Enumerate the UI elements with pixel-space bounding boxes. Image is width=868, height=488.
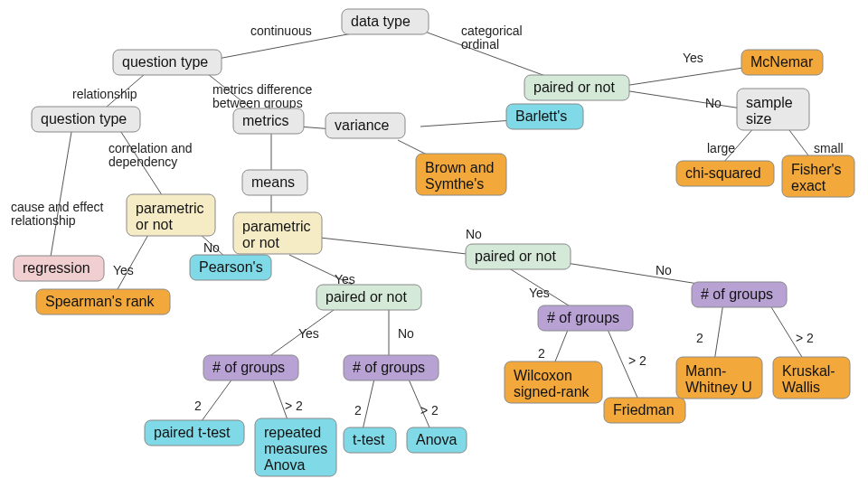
svg-line-23 xyxy=(553,325,570,366)
svg-text:question type: question type xyxy=(122,54,208,70)
svg-text:Symthe's: Symthe's xyxy=(425,176,484,192)
svg-text:# of groups: # of groups xyxy=(547,310,619,325)
svg-text:regression: regression xyxy=(23,260,90,276)
svg-text:# of groups: # of groups xyxy=(353,360,425,375)
edge-gpp-gt2: > 2 xyxy=(285,399,303,413)
svg-text:Friedman: Friedman xyxy=(613,402,675,418)
svg-text:# of groups: # of groups xyxy=(701,286,773,302)
edge-means-yes: Yes xyxy=(335,272,355,286)
svg-text:variance: variance xyxy=(335,117,390,133)
edge-gpnp-gt2: > 2 xyxy=(628,353,646,368)
edge-gpnp-2: 2 xyxy=(538,346,545,361)
edge-metrics-diff-l2: between groups xyxy=(212,96,303,110)
svg-text:parametric: parametric xyxy=(136,201,204,216)
edge-corr-no: No xyxy=(203,240,220,255)
edge-gpp-2: 2 xyxy=(194,399,202,413)
svg-line-4 xyxy=(50,127,72,262)
svg-text:t-test: t-test xyxy=(353,432,385,447)
svg-text:data type: data type xyxy=(351,14,410,29)
svg-text:sample: sample xyxy=(746,95,793,110)
edge-ss-large: large xyxy=(707,141,735,155)
svg-text:Fisher's: Fisher's xyxy=(791,162,842,177)
svg-text:signed-rank: signed-rank xyxy=(514,384,590,399)
svg-text:Pearson's: Pearson's xyxy=(199,259,263,275)
svg-text:exact: exact xyxy=(791,178,826,193)
svg-text:# of groups: # of groups xyxy=(212,360,285,375)
edge-np-no: No xyxy=(656,263,672,277)
svg-text:size: size xyxy=(746,111,772,127)
svg-text:repeated: repeated xyxy=(264,425,321,440)
svg-text:or not: or not xyxy=(136,217,173,232)
edge-relationship: relationship xyxy=(72,87,137,101)
svg-text:Kruskal-: Kruskal- xyxy=(782,363,835,379)
svg-text:paired t-test: paired t-test xyxy=(154,425,231,440)
svg-line-14 xyxy=(312,237,475,255)
svg-line-28 xyxy=(624,90,741,108)
edge-means-no: No xyxy=(466,227,482,241)
svg-text:Brown and: Brown and xyxy=(425,160,495,175)
edge-metrics-diff-l1: metrics difference xyxy=(212,82,312,97)
edge-corr-l2: dependency xyxy=(108,155,177,169)
svg-text:Anova: Anova xyxy=(264,457,305,473)
edge-continuous: continuous xyxy=(250,23,312,38)
edge-cause-l1: cause and effect xyxy=(11,200,104,214)
svg-text:paired or not: paired or not xyxy=(326,289,407,305)
edge-gunp-gt2: > 2 xyxy=(796,331,814,345)
edge-categorical-l2: ordinal xyxy=(461,37,499,52)
svg-text:measures: measures xyxy=(264,441,327,456)
edge-gup-2: 2 xyxy=(354,403,362,418)
svg-line-27 xyxy=(624,68,743,86)
svg-text:Wallis: Wallis xyxy=(782,380,820,395)
svg-line-10 xyxy=(420,120,514,127)
svg-text:question type: question type xyxy=(41,111,127,127)
svg-text:Whitney U: Whitney U xyxy=(685,380,752,395)
svg-line-25 xyxy=(714,303,723,361)
edge-paired-no: No xyxy=(398,326,414,341)
svg-text:Spearman's rank: Spearman's rank xyxy=(45,294,155,309)
svg-text:Barlett's: Barlett's xyxy=(515,108,567,124)
edge-cause-l2: relationship xyxy=(11,213,76,228)
svg-line-6 xyxy=(118,233,149,289)
decision-tree-diagram: continuous categorical ordinal relations… xyxy=(0,0,868,488)
svg-text:Wilcoxon: Wilcoxon xyxy=(514,368,572,383)
svg-text:paired or not: paired or not xyxy=(475,249,556,264)
svg-text:chi-squared: chi-squared xyxy=(685,165,761,181)
svg-text:parametric: parametric xyxy=(242,219,311,234)
svg-text:metrics: metrics xyxy=(242,113,289,128)
edge-cat-yes: Yes xyxy=(683,51,703,65)
svg-text:Mann-: Mann- xyxy=(685,363,726,379)
svg-text:Anova: Anova xyxy=(416,432,457,447)
svg-line-17 xyxy=(199,375,235,425)
edge-gunp-2: 2 xyxy=(696,331,703,345)
edge-ss-small: small xyxy=(814,141,844,155)
svg-text:means: means xyxy=(251,174,295,190)
svg-text:paired or not: paired or not xyxy=(533,80,615,95)
svg-text:McNemar: McNemar xyxy=(750,54,814,70)
edge-categorical-l1: categorical xyxy=(461,23,523,38)
svg-line-19 xyxy=(362,375,375,434)
edge-corr-l1: correlation and xyxy=(108,141,193,155)
edge-cat-no: No xyxy=(705,96,722,110)
svg-text:or not: or not xyxy=(242,235,279,250)
edge-paired-yes: Yes xyxy=(298,326,319,341)
edge-np-yes: Yes xyxy=(529,286,550,300)
edge-corr-yes: Yes xyxy=(113,263,134,277)
edge-gup-gt2: > 2 xyxy=(420,403,439,418)
